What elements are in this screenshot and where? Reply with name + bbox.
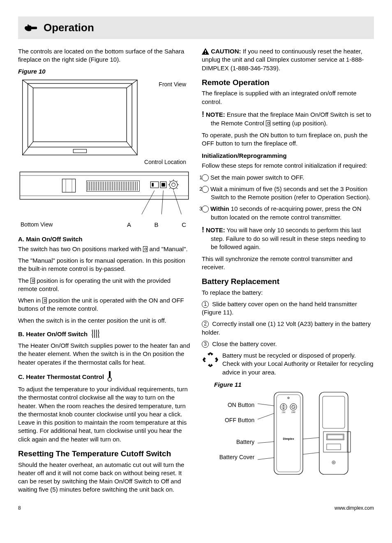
figure10-title: Figure 10 (18, 67, 190, 76)
battery-heading: Battery Replacement (202, 276, 374, 287)
figure11-svg: ON OFF Dimplex (258, 390, 356, 477)
site-url: www.dimplex.com (334, 505, 374, 511)
svg-rect-0 (23, 80, 137, 155)
pointing-hand-icon (24, 23, 39, 33)
figure11: ON Button OFF Button Battery Battery Cov… (202, 390, 374, 477)
a-p1: The switch has two On positions marked w… (18, 245, 190, 253)
page-footer: 8 www.dimplex.com (18, 505, 374, 511)
init-heading: Initialization/Reprogramming (202, 152, 374, 160)
recycle-icon (202, 351, 219, 377)
fig11-cover-label: Battery Cover (219, 453, 255, 461)
a-p5: When the switch is in the center positio… (18, 317, 190, 325)
step2: 2Wait a minimum of five (5) seconds and … (202, 185, 374, 202)
svg-point-48 (169, 181, 177, 189)
exclamation-icon: ! (202, 226, 204, 234)
reset-heading: Resetting The Temperature Cutoff Switch (18, 448, 190, 459)
figure10-bottom-label: Bottom View (21, 221, 53, 229)
remote-p1: The fireplace is supplied with an integr… (202, 89, 374, 106)
init-p1: Follow these steps for remote control in… (202, 162, 374, 170)
svg-rect-44 (150, 182, 158, 188)
svg-line-59 (161, 190, 163, 214)
heat-waves-icon (91, 329, 100, 340)
a-p2: The "Manual" position is for manual oper… (18, 256, 190, 273)
svg-rect-47 (161, 183, 165, 187)
figure10: Front View Control Location (18, 77, 190, 229)
a-heading: A. Main On/Off Switch (18, 235, 190, 243)
remote-icon (143, 246, 148, 252)
svg-rect-11 (62, 179, 75, 192)
figure10-front-svg (18, 77, 190, 166)
svg-point-62 (108, 377, 112, 381)
page-number: 8 (18, 505, 21, 511)
svg-rect-2 (33, 88, 127, 142)
a-p3: The position is for operating the unit w… (18, 277, 190, 293)
svg-rect-61 (109, 371, 111, 378)
svg-point-49 (172, 183, 175, 187)
bstep2: 2 Correctly install one (1) 12 Volt (A23… (202, 320, 374, 337)
svg-rect-63 (205, 50, 206, 52)
intro-text: The controls are located on the bottom s… (18, 47, 190, 64)
step3: 3Within 10 seconds of re-acquiring power… (202, 205, 374, 222)
fig11-batt-label: Battery (219, 438, 255, 446)
svg-line-54 (169, 181, 170, 182)
svg-text:OFF: OFF (291, 411, 295, 414)
figure10-control-label: Control Location (144, 158, 186, 166)
reset-p1: Should the heater overheat, an automatic… (18, 461, 190, 494)
svg-line-60 (173, 190, 181, 214)
svg-rect-45 (152, 183, 154, 187)
remote-icon (266, 120, 270, 126)
svg-line-55 (177, 181, 178, 182)
batt-p1: To replace the battery: (202, 289, 374, 297)
c-heading: C. Heater Thermostat Control (18, 371, 190, 384)
figure10-bottom-svg (18, 170, 190, 219)
svg-rect-7 (73, 149, 86, 153)
figure10-marker-b: B (154, 221, 159, 229)
exclamation-icon: ! (202, 110, 204, 118)
svg-rect-64 (205, 53, 206, 54)
left-column: The controls are located on the bottom s… (18, 47, 190, 497)
recycle-note: Battery must be recycled or disposed of … (202, 351, 374, 377)
figure10-marker-a: A (127, 221, 131, 229)
figure11-title: Figure 11 (214, 381, 374, 389)
svg-rect-69 (274, 392, 303, 474)
init-p2: This will synchronize the remote control… (202, 255, 374, 272)
fig11-off-label: OFF Button (219, 416, 255, 424)
svg-line-58 (142, 190, 154, 214)
svg-rect-14 (87, 181, 140, 192)
b-heading: B. Heater On/Off Switch (18, 329, 190, 340)
remote-heading: Remote Operation (202, 77, 374, 88)
svg-line-57 (177, 188, 178, 189)
svg-text:Dimplex: Dimplex (283, 437, 294, 441)
right-column: CAUTION: If you need to continuously res… (202, 47, 374, 497)
warning-icon (202, 48, 211, 55)
step1: 1Set the main power switch to OFF. (202, 173, 374, 182)
svg-line-56 (169, 188, 170, 189)
note2: !NOTE: You will have only 10 seconds to … (202, 225, 374, 252)
section-header: Operation (18, 16, 374, 39)
figure10-front-label: Front View (159, 81, 186, 88)
a-p4: When in position the unit is operated wi… (18, 296, 190, 313)
thermostat-icon (107, 371, 112, 384)
fig11-on-label: ON Button (219, 401, 255, 409)
svg-text:ON: ON (282, 411, 286, 414)
bstep3: 3 Close the battery cover. (202, 340, 374, 348)
caution-block: CAUTION: If you need to continuously res… (202, 47, 374, 72)
remote-icon (42, 298, 47, 303)
note1: !NOTE: Ensure that the fireplace Main On… (202, 109, 374, 128)
remote-p2: To operate, push the ON button to turn f… (202, 131, 374, 148)
c-p1: To adjust the temperature to your indivi… (18, 385, 190, 444)
bstep1: 1 Slide battery cover open on the hand h… (202, 300, 374, 317)
figure10-marker-c: C (182, 221, 186, 229)
b-p1: The Heater On/Off Switch supplies power … (18, 342, 190, 367)
svg-rect-1 (28, 83, 132, 147)
remote-icon (30, 278, 35, 284)
section-title: Operation (44, 21, 94, 35)
